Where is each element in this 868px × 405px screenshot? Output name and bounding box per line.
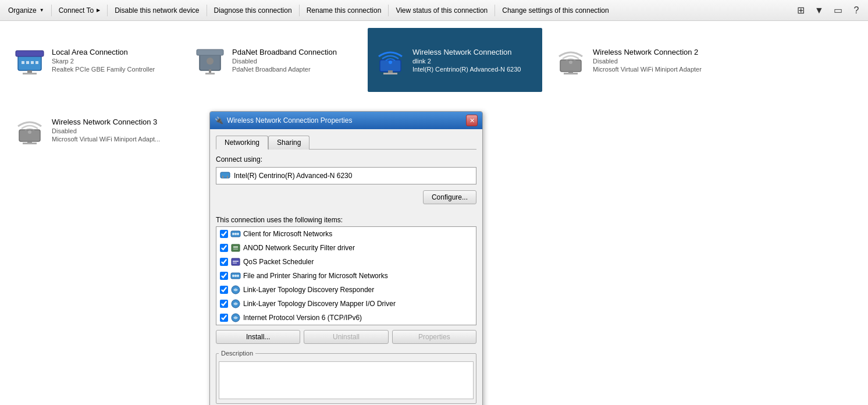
connection-status-pdanet: Disabled [232,58,337,65]
list-item-icon [230,271,241,281]
connection-adapter-wireless2: Microsoft Virtual WiFi Miniport Adapter [593,66,702,73]
dialog-title-text: Wireless Network Connection Properties [227,116,352,125]
connect-to-chevron-icon: ▶ [97,8,100,13]
tab-sharing[interactable]: Sharing [268,136,310,150]
list-item-checkbox[interactable] [220,230,228,238]
svg-rect-23 [23,143,37,144]
svg-rect-11 [205,73,215,74]
list-item-row[interactable]: Link-Layer Topology Discovery Mapper I/O… [216,297,476,311]
connection-status-local-area: Skarp 2 [52,58,155,65]
list-item-row[interactable]: File and Printer Sharing for Microsoft N… [216,269,476,283]
properties-button[interactable]: Properties [392,330,476,344]
svg-point-39 [232,275,234,277]
connection-item-wireless2[interactable]: Wireless Network Connection 2 Disabled M… [548,28,723,92]
layout-button[interactable]: ▭ [830,2,846,19]
connection-name-pdanet: PdaNet Broadband Connection [232,48,337,56]
connection-icon-wireless2 [553,42,588,77]
list-item-checkbox[interactable] [220,258,228,266]
uninstall-button[interactable]: Uninstall [304,330,388,344]
list-item-row[interactable]: Internet Protocol Version 6 (TCP/IPv6) [216,311,476,325]
list-item-icon [230,299,241,309]
svg-point-20 [569,61,572,64]
svg-rect-15 [383,73,397,74]
view-toggle-button[interactable]: ⊞ [792,2,809,19]
list-item-label: ANOD Network Security Filter driver [243,244,355,252]
description-textarea[interactable] [219,361,474,399]
install-button[interactable]: Install... [216,330,300,344]
list-item-row[interactable]: Client for Microsoft Networks [216,227,476,241]
list-item-label: Link-Layer Topology Discovery Responder [243,286,374,294]
svg-rect-19 [564,73,578,74]
content-area: Local Area Connection Skarp 2 Realtek PC… [0,21,868,405]
connection-status-wireless1: dlink 2 [412,58,521,65]
view-status-button[interactable]: View status of this connection [391,2,492,19]
list-item-checkbox[interactable] [220,314,228,322]
dialog-title-icon: 🔌 [215,116,223,125]
dialog-close-button[interactable]: ✕ [466,115,478,126]
change-settings-button[interactable]: Change settings of this connection [497,2,613,19]
diagnose-button[interactable]: Diagnose this connection [209,2,297,19]
tab-bar: Networking Sharing [216,135,476,150]
toolbar-separator-6 [495,5,495,16]
connection-adapter-local-area: Realtek PCIe GBE Family Controller [52,66,155,73]
toolbar-separator-2 [107,5,108,16]
organize-button[interactable]: Organize ▼ [3,2,49,19]
list-item-label: File and Printer Sharing for Microsoft N… [243,272,388,280]
connection-item-pdanet[interactable]: PdaNet Broadband Connection Disabled Pda… [187,28,362,92]
svg-point-24 [28,130,31,134]
connection-icon-wireless1 [373,42,408,77]
adapter-box: Intel(R) Centrino(R) Advanced-N 6230 [216,167,476,184]
toolbar-separator-1 [51,5,52,16]
svg-rect-1 [22,61,24,64]
connection-info-wireless3: Wireless Network Connection 3 Disabled M… [52,118,160,143]
svg-rect-37 [233,262,237,264]
connection-info-wireless2: Wireless Network Connection 2 Disabled M… [593,48,702,73]
rename-button[interactable]: Rename this connection [302,2,386,19]
properties-dialog: 🔌 Wireless Network Connection Properties… [209,111,483,405]
list-item-row[interactable]: Internet Protocol Version 4 (TCP/IPv4) [216,325,476,325]
connection-item-local-area[interactable]: Local Area Connection Skarp 2 Realtek PC… [7,28,182,92]
connection-item-wireless3[interactable]: Wireless Network Connection 3 Disabled M… [7,98,182,162]
svg-rect-33 [233,246,238,248]
connection-item-wireless1[interactable]: Wireless Network Connection dlink 2 Inte… [368,28,542,92]
svg-rect-34 [233,248,238,250]
connection-status-wireless2: Disabled [593,58,702,65]
svg-rect-2 [26,61,29,64]
help-button[interactable]: ? [848,2,865,19]
connection-name-local-area: Local Area Connection [52,48,155,56]
connect-using-label: Connect using: [216,155,476,164]
list-item-row[interactable]: ANOD Network Security Filter driver [216,241,476,255]
list-item-icon [230,312,241,323]
list-item-checkbox[interactable] [220,244,228,252]
svg-rect-6 [23,73,37,74]
items-list: Client for Microsoft Networks ANOD Netwo… [216,226,476,325]
disable-button[interactable]: Disable this network device [110,2,204,19]
list-item-checkbox[interactable] [220,272,228,280]
connection-adapter-pdanet: PdaNet Broadband Adapter [232,66,337,73]
svg-point-40 [234,275,237,277]
list-item-row[interactable]: Link-Layer Topology Discovery Responder [216,283,476,297]
connection-icon-wireless3 [12,112,47,147]
configure-button[interactable]: Configure... [423,190,476,204]
list-item-checkbox[interactable] [220,286,228,294]
svg-rect-12 [197,49,223,55]
connection-info-pdanet: PdaNet Broadband Connection Disabled Pda… [232,48,337,73]
toolbar-separator-4 [299,5,300,16]
tab-networking[interactable]: Networking [216,136,268,150]
dialog-action-buttons: Install... Uninstall Properties [216,330,476,344]
connection-name-wireless1: Wireless Network Connection [412,48,521,56]
list-item-checkbox[interactable] [220,300,228,308]
list-item-label: Link-Layer Topology Discovery Mapper I/O… [243,300,396,308]
list-item-icon [230,229,241,239]
list-item-row[interactable]: QoS Packet Scheduler [216,255,476,269]
view-dropdown-button[interactable]: ▼ [811,2,827,19]
svg-point-41 [237,275,239,277]
connection-icon-pdanet [193,42,227,77]
connection-info-wireless1: Wireless Network Connection dlink 2 Inte… [412,48,521,73]
list-item-label: QoS Packet Scheduler [243,258,314,266]
toolbar-separator-3 [207,5,207,16]
items-label: This connection uses the following items… [216,216,476,224]
connect-to-button[interactable]: Connect To ▶ [54,2,105,19]
list-item-label: Client for Microsoft Networks [243,230,332,238]
connection-info-local-area: Local Area Connection Skarp 2 Realtek PC… [52,48,155,73]
